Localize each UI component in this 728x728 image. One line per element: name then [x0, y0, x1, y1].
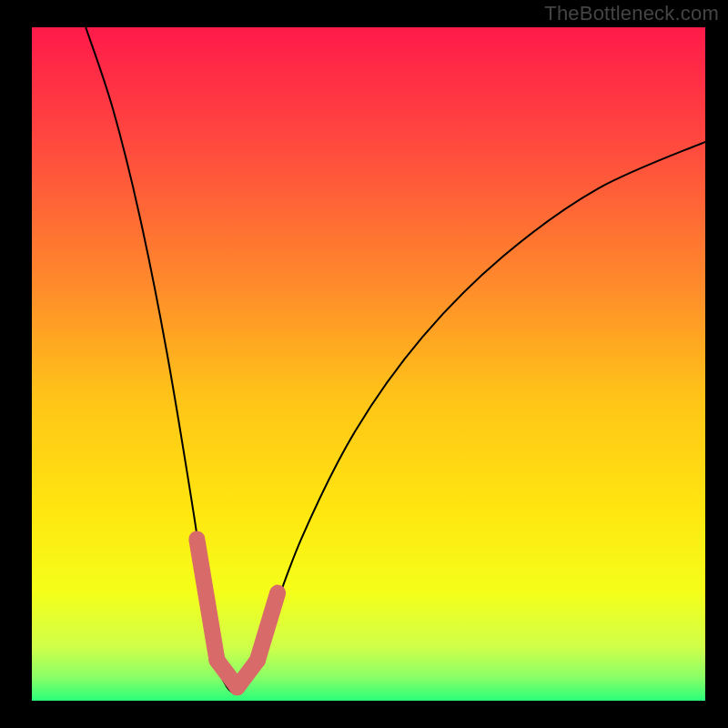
chart-frame: TheBottleneck.com — [0, 0, 728, 728]
gradient-background — [32, 27, 705, 701]
plot-area — [32, 27, 705, 701]
bottleneck-chart — [32, 27, 705, 701]
watermark-text: TheBottleneck.com — [544, 2, 719, 25]
